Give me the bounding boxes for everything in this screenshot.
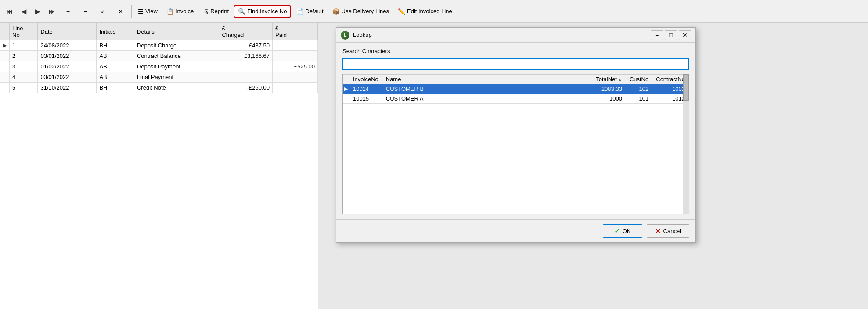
cell-line-no: 3	[10, 61, 38, 72]
add-button[interactable]: +	[60, 5, 76, 18]
dialog-close-button[interactable]: ✕	[679, 30, 691, 40]
dialog-title: Lookup	[353, 32, 647, 38]
lookup-cell-total-net: 1000	[592, 94, 626, 104]
cell-line-no: 1	[10, 40, 38, 51]
table-panel: LineNo Date Initials Details £Charged £P…	[0, 23, 318, 309]
lookup-row-pointer	[343, 94, 349, 104]
table-row[interactable]: 5 31/10/2022 BH Credit Note -£250.00	[0, 83, 318, 93]
lookup-row[interactable]: ▶ 10014 CUSTOMER B 2083.33 102 1002	[343, 84, 689, 94]
ok-button[interactable]: ✓ OK	[603, 224, 642, 238]
reprint-button[interactable]: 🖨 Reprint	[198, 6, 233, 17]
lookup-row[interactable]: 10015 CUSTOMER A 1000 101 1012	[343, 94, 689, 104]
cell-initials: AB	[97, 61, 134, 72]
cell-initials: BH	[97, 40, 134, 51]
dialog-window-controls: − □ ✕	[651, 30, 691, 40]
cell-date: 24/08/2022	[38, 40, 97, 51]
cancel-x-icon: ✕	[655, 227, 661, 235]
remove-button[interactable]: −	[77, 5, 94, 18]
search-input[interactable]	[342, 58, 689, 70]
edit-invoiced-line-button[interactable]: ✏️ Edit Invoiced Line	[394, 6, 456, 17]
cell-paid	[272, 40, 317, 51]
col-header-initials: Initials	[97, 23, 134, 40]
default-button[interactable]: 📄 Default	[292, 6, 327, 17]
nav-first-button[interactable]: ⏮	[3, 6, 17, 17]
lookup-col-header-invoice-no: InvoiceNo	[349, 75, 382, 84]
view-button[interactable]: ☰ View	[134, 6, 162, 17]
edit-invoiced-line-label: Edit Invoiced Line	[407, 8, 452, 14]
nav-next-button[interactable]: ▶	[31, 6, 44, 17]
cell-charged: -£250.00	[219, 83, 273, 93]
dialog-minimize-button[interactable]: −	[651, 30, 663, 40]
col-header-date: Date	[38, 23, 97, 40]
cell-details: Deposit Payment	[134, 61, 219, 72]
dialog-titlebar: L Lookup − □ ✕	[336, 28, 695, 43]
cancel-button[interactable]: ✕ Cancel	[647, 224, 689, 238]
row-pointer	[0, 51, 10, 61]
cell-paid	[272, 72, 317, 83]
ok-label: OK	[623, 228, 631, 234]
lookup-col-header-name: Name	[382, 75, 592, 84]
nav-prev-icon: ◀	[22, 8, 26, 15]
find-invoice-label: Find Invoice No	[247, 8, 287, 14]
cell-initials: AB	[97, 72, 134, 83]
lookup-col-header-pointer	[343, 75, 349, 84]
right-panel: L Lookup − □ ✕ Search Characters	[318, 23, 868, 309]
cell-charged: £3,166.67	[219, 51, 273, 61]
table-row[interactable]: 4 03/01/2022 AB Final Payment	[0, 72, 318, 83]
lookup-row-pointer: ▶	[343, 84, 349, 94]
cell-paid	[272, 51, 317, 61]
lookup-cell-cust-no: 101	[626, 94, 652, 104]
main-table: LineNo Date Initials Details £Charged £P…	[0, 23, 318, 93]
cell-details: Contract Balance	[134, 51, 219, 61]
lookup-scrollbar[interactable]	[683, 74, 689, 214]
cell-details: Credit Note	[134, 83, 219, 93]
col-header-pointer	[0, 23, 10, 40]
row-pointer	[0, 61, 10, 72]
table-row[interactable]: 3 01/02/2022 AB Deposit Payment £525.00	[0, 61, 318, 72]
cancel-label: Cancel	[663, 228, 681, 234]
table-row[interactable]: 2 03/01/2022 AB Contract Balance £3,166.…	[0, 51, 318, 61]
ok-check-icon: ✓	[614, 227, 620, 235]
lookup-col-header-cust-no: CustNo	[626, 75, 652, 84]
lookup-table: InvoiceNo Name TotalNet▲ CustNo Contract…	[343, 74, 689, 104]
confirm-button[interactable]: ✓	[95, 5, 112, 18]
cancel-toolbar-button[interactable]: ✕	[112, 5, 129, 18]
reprint-label: Reprint	[210, 8, 229, 14]
view-label: View	[145, 8, 158, 14]
lookup-cell-invoice-no: 10015	[349, 94, 382, 104]
col-header-paid: £Paid	[272, 23, 317, 40]
lookup-cell-invoice-no: 10014	[349, 84, 382, 94]
lookup-table-wrap: InvoiceNo Name TotalNet▲ CustNo Contract…	[342, 74, 689, 214]
cell-charged: £437.50	[219, 40, 273, 51]
invoice-button[interactable]: 📋 Invoice	[162, 6, 198, 17]
cell-date: 31/10/2022	[38, 83, 97, 93]
lookup-scrollbar-thumb	[683, 74, 689, 101]
cell-date: 03/01/2022	[38, 72, 97, 83]
add-icon: +	[64, 7, 72, 16]
invoice-label: Invoice	[176, 8, 194, 14]
row-pointer	[0, 72, 10, 83]
table-row[interactable]: ▶ 1 24/08/2022 BH Deposit Charge £437.50	[0, 40, 318, 51]
nav-last-button[interactable]: ⏭	[45, 6, 59, 17]
lookup-cell-name: CUSTOMER B	[382, 84, 592, 94]
col-header-details: Details	[134, 23, 219, 40]
cell-initials: BH	[97, 83, 134, 93]
find-invoice-button[interactable]: 🔍 Find Invoice No	[234, 5, 291, 18]
view-icon: ☰	[138, 8, 144, 15]
separator-1	[131, 5, 132, 18]
dialog-body: Search Characters InvoiceNo Name TotalNe…	[336, 43, 695, 219]
nav-first-icon: ⏮	[7, 8, 13, 15]
confirm-icon: ✓	[99, 7, 108, 16]
row-pointer	[0, 83, 10, 93]
cell-date: 01/02/2022	[38, 61, 97, 72]
cell-line-no: 2	[10, 51, 38, 61]
use-delivery-lines-icon: 📦	[332, 8, 340, 15]
cell-details: Final Payment	[134, 72, 219, 83]
use-delivery-lines-button[interactable]: 📦 Use Delivery Lines	[328, 6, 393, 17]
cell-paid	[272, 83, 317, 93]
dialog-restore-button[interactable]: □	[665, 30, 677, 40]
nav-next-icon: ▶	[35, 8, 40, 15]
cell-charged	[219, 61, 273, 72]
nav-prev-button[interactable]: ◀	[18, 6, 30, 17]
main-area: LineNo Date Initials Details £Charged £P…	[0, 23, 868, 309]
